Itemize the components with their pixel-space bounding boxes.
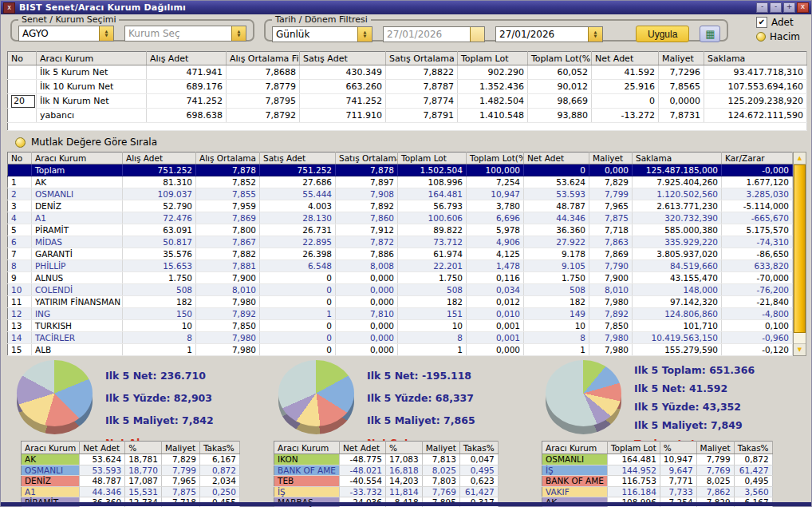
table-row[interactable]: 7GARANTİ35.5767,88226.3987,88661.9744,12… (8, 248, 793, 260)
pie-chart (546, 360, 621, 434)
chart-group-net-satim: Ilk 5 Net: -195.118Ilk 5 Yüzde: 68,337Il… (278, 360, 475, 449)
date-to-field[interactable]: 27/01/2026 ▲▼ (495, 26, 603, 42)
cell: -48.775 (339, 454, 385, 465)
apply-button[interactable]: Uygula (636, 26, 689, 42)
column-header[interactable]: Net Adet (524, 152, 589, 164)
table-row[interactable]: 2OSMANLI109.0377,85555.4447,908164.48110… (8, 188, 793, 200)
table-row[interactable]: 14TACİRLER87,98000,00080,00187,98010.419… (8, 332, 793, 344)
restore-button[interactable]: - (770, 2, 782, 13)
spinner-icon[interactable]: ▲▼ (588, 27, 602, 42)
n-count-input[interactable]: 20 (11, 95, 35, 108)
cell: 751.252 (123, 164, 196, 176)
cell: 10 (524, 320, 589, 332)
table-row[interactable]: 15ALB17,98000,00010,00017,980155.279,590… (8, 344, 793, 356)
minimize-button[interactable]: - (756, 2, 768, 13)
cell: ING (32, 308, 123, 320)
cell: 7,860 (336, 212, 398, 224)
column-header[interactable]: Satış Ortalama Fi (336, 152, 398, 164)
main-table-body: Toplam751.2527,878751.2527,8781.502.5041… (8, 164, 793, 356)
date-from-field[interactable]: 27/01/2026 ▲▼ (383, 26, 485, 42)
stat-line: Ilk 5 Net: -195.118 (367, 370, 475, 382)
hacim-radio[interactable] (756, 32, 766, 42)
cell: 7,810 (336, 308, 398, 320)
toplam-lot-table: Aracı KurumToplam Lot%MaliyetTakas%OSMAN… (542, 441, 773, 507)
column-header[interactable]: Alış Ortalama Fiy (196, 152, 260, 164)
adet-checkbox[interactable]: ✔ (756, 17, 767, 28)
cell: 8,025 (696, 476, 734, 487)
column-header: Satış Adet (300, 52, 386, 65)
cell: 7,800 (196, 224, 260, 236)
column-header: Net Adet (80, 442, 125, 454)
scrollbar-thumb[interactable] (794, 164, 806, 333)
window-menu-icon[interactable]: x (3, 2, 15, 14)
sort-radio[interactable] (15, 137, 26, 148)
column-header[interactable]: Satış Adet (260, 152, 336, 164)
table-row[interactable]: 3DENİZ52.7907,9594.0037,89256.7933,78048… (8, 200, 793, 212)
cell: 7 (8, 248, 32, 260)
cell: 0,250 (199, 486, 239, 497)
symbol-select[interactable]: AGYO ▲▼ (18, 26, 114, 42)
cell: GARANTİ (32, 248, 123, 260)
table-row[interactable]: 1AK81.3107,85227.6867,897108.9967,25453.… (8, 176, 793, 188)
cell: 2.613.771,230 (633, 200, 722, 212)
cell: 44.346 (80, 486, 125, 497)
excel-export-button[interactable]: ▦ (700, 26, 720, 42)
cell: 0,495 (734, 476, 772, 487)
table-row[interactable]: 12ING1507,89217,8101510,0101497,892124.8… (8, 308, 793, 320)
table-row[interactable]: 10COLENDİ5088,01000,0005080,0345088,0101… (8, 284, 793, 296)
cell: OSMANLI (22, 465, 80, 476)
cell (8, 80, 37, 94)
table-row[interactable]: 11YATIRIM FİNANSMAN1827,98000,0001820,01… (8, 296, 793, 308)
column-header: Aracı Kurum (274, 442, 340, 454)
cell: TEB (274, 476, 340, 487)
column-header[interactable]: No (8, 152, 32, 164)
table-row[interactable]: 8PHİLLİP15.6537,8816.5488,00822.2011,478… (8, 260, 793, 272)
table-row[interactable]: 13TURKISH107,85000,000100,001107,850101,… (8, 320, 793, 332)
maximize-button[interactable]: + (783, 2, 795, 13)
column-header[interactable]: Toplam Lot (398, 152, 467, 164)
spinner-icon[interactable]: ▲▼ (99, 26, 113, 41)
column-header[interactable]: Saklama (633, 152, 722, 164)
column-header[interactable]: Kar/Zarar (722, 152, 793, 164)
period-select[interactable]: Günlük ▲▼ (272, 26, 372, 42)
vertical-scrollbar[interactable]: ▲ ▼ (793, 152, 806, 356)
column-header[interactable]: Alış Adet (123, 152, 196, 164)
cell: 43.155,470 (633, 272, 722, 284)
cell: 48.787 (80, 476, 125, 487)
cell: 155.279,590 (633, 344, 722, 356)
date-to-value: 27/01/2026 (499, 29, 554, 40)
spinner-icon[interactable]: ▲▼ (470, 27, 484, 42)
table-row[interactable]: Toplam751.2527,878751.2527,8781.502.5041… (8, 164, 793, 176)
cell: 164.481 (398, 188, 467, 200)
table-row[interactable]: 6MİDAS50.8177,86722.8957,87273.7124,9062… (8, 236, 793, 248)
cell: 0,000 (589, 164, 633, 176)
table-row[interactable]: 9ALNUS1.7507,90000,0001.7500,1161.7507,9… (8, 272, 793, 284)
cell: 56.793 (398, 200, 467, 212)
kurum-select[interactable]: Kurum Seç ▲▼ (124, 26, 246, 42)
scroll-up-icon[interactable]: ▲ (794, 152, 806, 164)
cell: 2,034 (199, 476, 239, 487)
spinner-icon[interactable]: ▲▼ (357, 27, 372, 42)
column-header[interactable]: Maliyet (589, 152, 633, 164)
scroll-down-icon[interactable]: ▼ (794, 343, 806, 355)
cell: 3 (8, 200, 32, 212)
chart-stats: Ilk 5 Net: 236.710Ilk 5 Yüzde: 82,903Ilk… (105, 360, 214, 449)
table-row[interactable]: 4A172.4767,86928.1307,860100.6066,69644.… (8, 212, 793, 224)
cell: 90,012 (528, 80, 592, 94)
cell: 116.184 (607, 486, 660, 497)
cell: 41.592 (592, 65, 659, 80)
cell: -0,960 (722, 332, 793, 344)
close-button[interactable]: x (797, 2, 809, 13)
cell: 711.910 (300, 109, 386, 123)
column-header: Alış Adet (147, 52, 227, 65)
cell: AK (22, 454, 80, 465)
cell: 9.105 (524, 260, 589, 272)
column-header[interactable]: Toplam Lot(% (467, 152, 524, 164)
cell: 7,718 (589, 224, 633, 236)
column-header[interactable]: Aracı Kurum (32, 152, 123, 164)
date-group-label: Tarih / Dönem Filtresi (272, 14, 371, 25)
cell: 15,531 (125, 486, 162, 497)
table-row[interactable]: 5PİRAMİT63.0917,80026.7317,91289.8225,97… (8, 224, 793, 236)
cell: 0,872 (734, 454, 772, 465)
spinner-icon[interactable]: ▲▼ (231, 26, 246, 41)
